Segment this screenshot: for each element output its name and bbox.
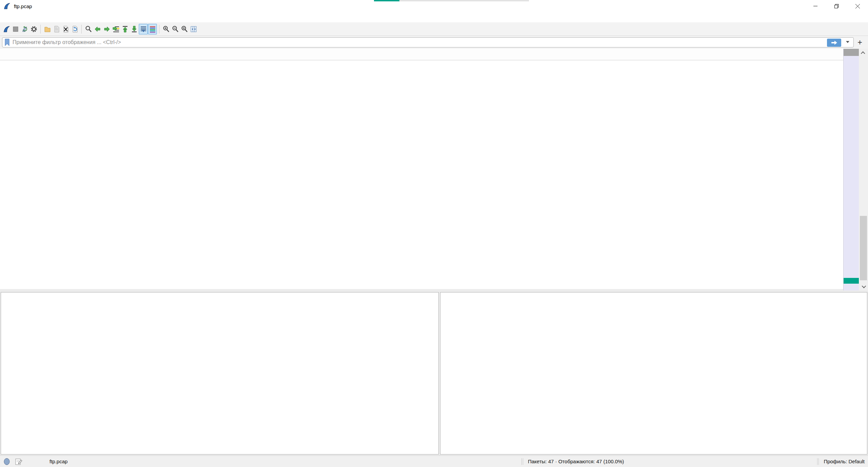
restore-button[interactable]: [826, 0, 847, 12]
scroll-down-icon[interactable]: [859, 282, 868, 290]
find-packet-icon[interactable]: [84, 24, 93, 35]
go-last-icon[interactable]: [130, 24, 139, 35]
minimap-selected-marker: [844, 278, 859, 284]
start-capture-icon[interactable]: [2, 24, 11, 35]
open-file-icon[interactable]: [43, 24, 52, 35]
filter-bar: +: [0, 36, 868, 49]
zoom-out-icon[interactable]: [171, 24, 180, 35]
filter-bookmark-icon[interactable]: [4, 38, 10, 46]
add-filter-button[interactable]: +: [854, 37, 866, 48]
scroll-up-icon[interactable]: [859, 49, 868, 57]
restart-capture-icon[interactable]: [20, 24, 29, 35]
titlebar: ftp.pcap: [0, 0, 868, 12]
minimize-button[interactable]: [805, 0, 826, 12]
packet-bytes-pane: [440, 292, 867, 454]
reload-file-icon[interactable]: [70, 24, 79, 35]
toolbar-separator: [40, 25, 41, 34]
scrollbar-minimap: [843, 49, 859, 290]
save-file-icon[interactable]: [52, 24, 61, 35]
statusbar: ftp.pcap Пакеты: 47 · Отображаются: 47 (…: [0, 455, 868, 467]
close-file-icon[interactable]: [61, 24, 70, 35]
recording-progress-overlay: [374, 0, 529, 1]
auto-scroll-icon[interactable]: [139, 24, 148, 35]
toolbar-separator: [159, 25, 159, 34]
filter-dropdown-caret[interactable]: [846, 41, 849, 43]
capture-options-icon[interactable]: [29, 24, 38, 35]
resize-columns-icon[interactable]: [189, 24, 198, 35]
menubar: [0, 12, 868, 22]
go-forward-icon[interactable]: [102, 24, 111, 35]
stop-capture-icon[interactable]: [11, 24, 20, 35]
expert-info-icon[interactable]: [3, 458, 10, 465]
toolbar-separator: [81, 25, 82, 34]
recording-progress-done: [374, 0, 399, 1]
minimap-top-segment: [844, 49, 859, 56]
go-back-icon[interactable]: [93, 24, 102, 35]
scrollbar-thumb[interactable]: [860, 216, 867, 280]
colorize-icon[interactable]: [148, 24, 157, 35]
zoom-reset-icon[interactable]: [180, 24, 189, 35]
packet-count-text: Пакеты: 47 · Отображаются: 47 (100.0%): [523, 459, 817, 464]
packet-list: [0, 60, 859, 289]
packet-list-scrollbar[interactable]: [859, 49, 868, 290]
go-to-packet-icon[interactable]: [111, 24, 120, 35]
display-filter-box[interactable]: [2, 37, 854, 47]
main-toolbar: [0, 22, 868, 36]
window-title: ftp.pcap: [14, 3, 32, 9]
apply-filter-button[interactable]: [827, 39, 841, 47]
display-filter-input[interactable]: [13, 38, 853, 47]
statusbar-filename: ftp.pcap: [50, 459, 67, 464]
capture-comment-icon[interactable]: [15, 458, 22, 465]
packet-list-header: [0, 49, 868, 60]
profile-text[interactable]: Профиль: Default: [819, 459, 868, 464]
close-button[interactable]: [847, 0, 868, 12]
zoom-in-icon[interactable]: [161, 24, 171, 35]
packet-details-pane: [1, 292, 439, 454]
wireshark-fin-icon: [3, 2, 11, 10]
go-first-icon[interactable]: [120, 24, 130, 35]
